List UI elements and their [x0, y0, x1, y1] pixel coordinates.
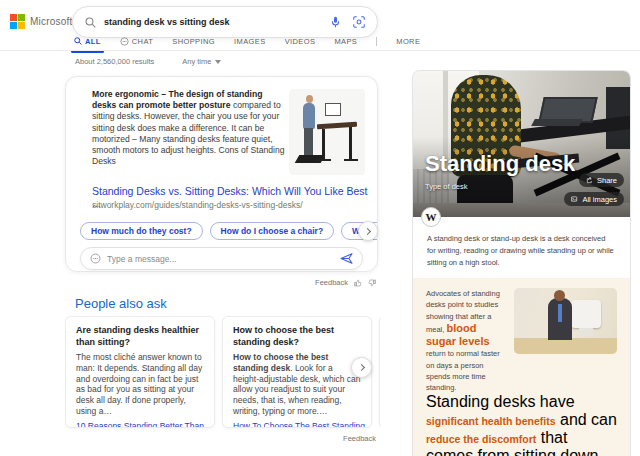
entity-subtitle: Type of desk	[425, 182, 468, 191]
header-divider	[0, 50, 640, 51]
hero-image[interactable]: Standing desk Type of desk Share All ima…	[413, 71, 630, 217]
people-also-ask-carousel: Are standing desks healthier than sittin…	[65, 316, 381, 430]
microphone-icon[interactable]	[330, 16, 341, 28]
search-tabs: ALL CHAT SHOPPING IMAGES VIDEOS MAPS MOR…	[74, 33, 420, 49]
all-images-button[interactable]: All images	[564, 192, 624, 206]
highlight-text: significant health benefits	[426, 415, 556, 427]
chip-chair[interactable]: How do I choose a chair?	[210, 222, 335, 240]
tab-images[interactable]: IMAGES	[234, 37, 266, 46]
paa-card-clipped[interactable]: D Y ti d y s T w	[379, 316, 381, 428]
visual-search-icon[interactable]	[353, 16, 365, 28]
fact-blood-sugar: Advocates of standing desks point to stu…	[426, 288, 617, 393]
tabs-divider	[376, 37, 377, 46]
tab-chat-label: CHAT	[132, 37, 153, 46]
send-icon[interactable]	[340, 253, 353, 264]
paa-next-button[interactable]	[351, 357, 372, 378]
time-filter-dropdown[interactable]: Any time	[182, 57, 221, 66]
chevron-right-icon	[364, 227, 371, 234]
tab-maps[interactable]: MAPS	[334, 37, 357, 46]
paa-result-link[interactable]: How To Choose The Best Standing…	[233, 421, 361, 428]
chip-cost[interactable]: How much do they cost?	[80, 222, 203, 240]
paa-question: Are standing desks healthier than sittin…	[76, 325, 204, 348]
thumbs-down-icon[interactable]	[368, 279, 376, 287]
images-icon	[571, 196, 578, 203]
entity-title: Standing desk	[425, 151, 575, 177]
chat-message-input[interactable]	[107, 254, 340, 264]
paa-feedback-link[interactable]: Feedback	[65, 434, 376, 443]
time-filter-label: Any time	[182, 57, 211, 66]
facts-panel: Advocates of standing desks point to stu…	[413, 278, 630, 456]
tab-more[interactable]: MORE	[396, 37, 420, 46]
answer-thumbnail[interactable]	[289, 89, 365, 175]
chevron-down-icon	[215, 60, 221, 64]
followup-chips: How much do they cost? How do I choose a…	[80, 222, 377, 242]
chat-input-bar[interactable]	[80, 247, 363, 270]
chips-next-button[interactable]	[358, 221, 378, 241]
answer-result-url: sitworkplay.com/guides/standing-desks-vs…	[92, 200, 303, 210]
tab-videos[interactable]: VIDEOS	[285, 37, 316, 46]
tab-shopping[interactable]: SHOPPING	[172, 37, 215, 46]
search-icon	[85, 17, 96, 28]
paa-result-link[interactable]: 10 Reasons Standing Better Than …	[76, 421, 204, 428]
paa-question: How to choose the best standing desk?	[233, 325, 361, 348]
results-count: About 2,560,000 results	[75, 57, 154, 66]
microsoft-logo-icon	[10, 14, 25, 29]
thumbs-up-icon[interactable]	[354, 279, 362, 287]
tab-chat[interactable]: CHAT	[120, 37, 153, 46]
people-also-ask-title: People also ask	[75, 296, 167, 311]
share-label: Share	[597, 176, 617, 185]
share-button[interactable]: Share	[579, 173, 624, 187]
answer-feedback-link[interactable]: Feedback	[315, 278, 348, 287]
share-icon	[586, 177, 593, 184]
chevron-right-icon	[357, 364, 364, 371]
wikipedia-icon[interactable]: W	[421, 207, 441, 227]
tab-all-label: ALL	[85, 37, 101, 46]
search-icon	[74, 37, 82, 45]
paa-answer: The most cliché answer known to man: It …	[76, 352, 204, 417]
paa-card[interactable]: How to choose the best standing desk? Ho…	[222, 316, 372, 428]
fact-image-office-worker[interactable]	[514, 288, 617, 354]
all-images-label: All images	[582, 195, 617, 204]
answer-text: More ergonomic – The design of standing …	[92, 89, 288, 167]
entity-description: A standing desk or stand-up desk is a de…	[413, 217, 630, 278]
chat-bubble-icon	[90, 253, 101, 264]
chat-tab-icon	[120, 37, 129, 46]
fact-text: Advocates of standing desks point to stu…	[426, 288, 506, 393]
answer-card: More ergonomic – The design of standing …	[65, 76, 378, 272]
search-input[interactable]	[104, 17, 330, 27]
paa-card[interactable]: Are standing desks healthier than sittin…	[65, 316, 215, 428]
paa-answer: How to choose the best standing desk. Lo…	[233, 352, 361, 417]
fact-health-benefits: Standing desks have significant health b…	[426, 393, 617, 456]
highlight-text: reduce the discomfort	[426, 433, 536, 445]
knowledge-panel: Standing desk Type of desk Share All ima…	[412, 70, 631, 456]
tab-all[interactable]: ALL	[74, 37, 101, 46]
